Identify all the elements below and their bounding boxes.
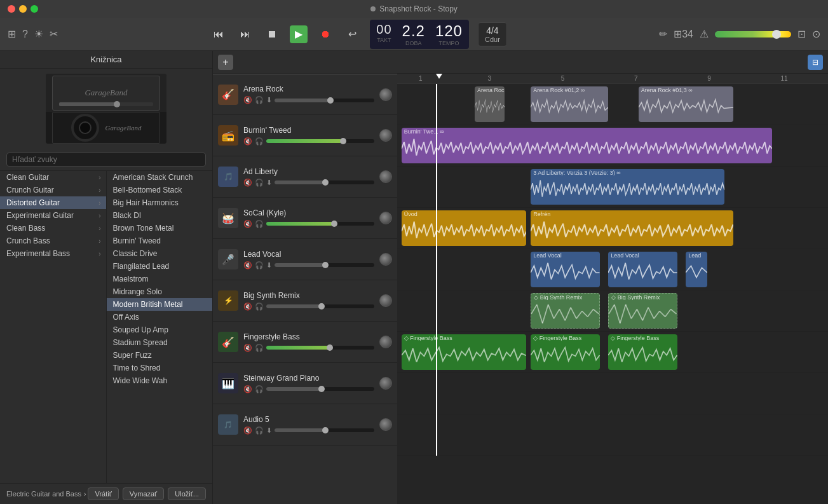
delete-button[interactable]: Vymazať	[123, 487, 164, 500]
search-input[interactable]	[6, 153, 206, 167]
clip-lead-vocal-3[interactable]: Lead	[686, 252, 707, 287]
timeline-row-burnin-tweed[interactable]: Burnin' Twe... ∞	[397, 125, 828, 167]
timeline-row-audio5[interactable]	[397, 414, 828, 456]
track-fader[interactable]	[275, 263, 374, 267]
add-track-button[interactable]: +	[218, 55, 233, 70]
mute-icon[interactable]: 🔇	[243, 220, 252, 228]
clip-arena-rock-2[interactable]: Arena Rock #01,2 ∞	[531, 86, 608, 122]
cycle-button[interactable]: ↩	[343, 25, 361, 43]
clip-ad-liberty[interactable]: 3 Ad Liberty: Verzia 3 (Verzie: 3) ∞	[531, 169, 724, 205]
preset-item-midrange[interactable]: Midrange Solo	[107, 285, 213, 298]
master-volume-slider[interactable]	[715, 31, 791, 37]
clip-refren[interactable]: Refrén	[531, 210, 733, 246]
category-item-clean-guitar[interactable]: Clean Guitar ›	[0, 171, 106, 184]
preset-item-modern-british[interactable]: Modern British Metal	[107, 298, 213, 311]
track-volume-knob[interactable]	[379, 377, 392, 390]
mute-icon[interactable]: 🔇	[243, 426, 252, 435]
preset-item-big-hair[interactable]: Big Hair Harmonics	[107, 196, 213, 209]
category-item-crunch-bass[interactable]: Crunch Bass ›	[0, 235, 106, 247]
play-button[interactable]: ▶	[290, 25, 308, 43]
track-fader[interactable]	[275, 99, 374, 102]
playhead[interactable]	[436, 84, 437, 456]
preset-item-time-to-shred[interactable]: Time to Shred	[107, 362, 213, 374]
timeline-row-lead-vocal[interactable]: Lead Vocal Lead Vocal Lead	[397, 249, 828, 290]
track-fader[interactable]	[275, 180, 374, 184]
track-volume-knob[interactable]	[379, 418, 392, 431]
mute-icon[interactable]: 🔇	[243, 137, 252, 146]
preset-item-super-fuzz[interactable]: Super Fuzz	[107, 349, 213, 362]
preset-item-maelstrom[interactable]: Maelstrom	[107, 273, 213, 285]
headphone-icon[interactable]: 🎧	[255, 303, 264, 311]
library-icon[interactable]: ⊞	[8, 28, 16, 40]
headphone-icon[interactable]: 🎧	[255, 261, 264, 269]
track-volume-knob[interactable]	[379, 294, 392, 307]
stop-button[interactable]: ⏹	[263, 25, 281, 43]
clip-fingerstyle-1[interactable]: ◇ Fingerstyle Bass	[402, 334, 527, 370]
maximize-button[interactable]	[31, 5, 38, 13]
mute-icon[interactable]: 🔇	[243, 96, 252, 104]
timeline-row-fingerstyle-bass[interactable]: ◇ Fingerstyle Bass ◇ Fingerstyle Bass ◇ …	[397, 332, 828, 373]
category-item-experimental-bass[interactable]: Experimental Bass ›	[0, 247, 106, 260]
save-button[interactable]: Uložiť...	[168, 487, 206, 500]
clip-uvod[interactable]: Úvod	[402, 210, 527, 246]
track-volume-knob[interactable]	[379, 170, 392, 183]
mute-icon[interactable]: 🔇	[243, 344, 252, 352]
headphone-icon[interactable]: 🎧	[255, 426, 264, 435]
category-item-clean-bass[interactable]: Clean Bass ›	[0, 222, 106, 235]
close-button[interactable]	[8, 5, 15, 13]
preset-item-wide-wah[interactable]: Wide Wide Wah	[107, 374, 213, 387]
clip-fingerstyle-3[interactable]: ◇ Fingerstyle Bass	[608, 334, 677, 370]
preset-item-american-stack[interactable]: American Stack Crunch	[107, 171, 213, 184]
headphone-icon[interactable]: 🎧	[255, 137, 264, 146]
clip-burnin-tweed[interactable]: Burnin' Twe... ∞	[402, 128, 772, 163]
track-volume-knob[interactable]	[379, 212, 392, 224]
smart-controls-button[interactable]: ⊟	[808, 55, 823, 70]
clip-arena-rock-3[interactable]: Arena Rock #01,3 ∞	[639, 86, 733, 122]
master-volume-knob[interactable]	[772, 30, 781, 39]
category-item-crunch-guitar[interactable]: Crunch Guitar ›	[0, 184, 106, 196]
pencil-icon[interactable]: ✏	[659, 28, 667, 40]
category-item-experimental-guitar[interactable]: Experimental Guitar ›	[0, 209, 106, 222]
preset-item-stadium[interactable]: Stadium Spread	[107, 336, 213, 349]
revert-button[interactable]: Vrátiť	[88, 487, 118, 500]
rewind-button[interactable]: ⏮	[210, 25, 227, 43]
download-icon[interactable]: ⬇	[266, 261, 272, 269]
track-fader[interactable]	[275, 428, 374, 432]
timeline[interactable]: 1 3 5 7 9 11	[397, 74, 828, 504]
timeline-row-socal[interactable]: Úvod Refrén	[397, 208, 828, 249]
clip-lead-vocal-1[interactable]: Lead Vocal	[531, 252, 599, 287]
preset-item-souped-up[interactable]: Souped Up Amp	[107, 324, 213, 336]
minimize-button[interactable]	[19, 5, 27, 13]
track-volume-knob[interactable]	[379, 253, 392, 266]
help-icon[interactable]: ?	[22, 29, 28, 40]
download-icon[interactable]: ⬇	[266, 426, 272, 435]
clip-big-synth-1[interactable]: ◇ Big Synth Remix	[531, 293, 599, 329]
display-icon[interactable]: ⊡	[797, 28, 806, 40]
preset-item-classic-drive[interactable]: Classic Drive	[107, 247, 213, 260]
preset-item-black-di[interactable]: Black DI	[107, 209, 213, 222]
preset-item-flangilated[interactable]: Flangilated Lead	[107, 260, 213, 273]
preset-item-bell-bottomed[interactable]: Bell-Bottomed Stack	[107, 184, 213, 196]
timeline-row-arena-rock[interactable]: Arena Rock Arena Rock #01,2 ∞ Arena Rock…	[397, 84, 828, 125]
headphone-icon[interactable]: 🎧	[255, 179, 264, 187]
record-button[interactable]: ⏺	[316, 25, 334, 43]
headphone-icon[interactable]: 🎧	[255, 385, 264, 393]
track-fader[interactable]	[266, 387, 374, 391]
scissors-icon[interactable]: ✂	[50, 28, 58, 40]
headphone-icon[interactable]: 🎧	[255, 220, 264, 228]
mute-icon[interactable]: 🔇	[243, 179, 252, 187]
mute-icon[interactable]: 🔇	[243, 385, 252, 393]
preset-item-burnin-tweed[interactable]: Burnin' Tweed	[107, 235, 213, 247]
browser-icon[interactable]: ⊙	[812, 28, 820, 40]
timeline-row-piano[interactable]	[397, 373, 828, 414]
preset-item-off-axis[interactable]: Off Axis	[107, 311, 213, 324]
track-volume-knob[interactable]	[379, 129, 392, 142]
preset-item-brown-tone[interactable]: Brown Tone Metal	[107, 222, 213, 235]
clip-big-synth-2[interactable]: ◇ Big Synth Remix	[608, 293, 677, 329]
timeline-row-big-synth[interactable]: ◇ Big Synth Remix	[397, 290, 828, 332]
track-fader[interactable]	[266, 304, 374, 308]
lcd-icon[interactable]: ☀	[34, 28, 43, 40]
breadcrumb-path[interactable]: Electric Guitar and Bass ›	[6, 490, 86, 498]
headphone-icon[interactable]: 🎧	[255, 344, 264, 352]
track-fader[interactable]	[266, 346, 374, 350]
